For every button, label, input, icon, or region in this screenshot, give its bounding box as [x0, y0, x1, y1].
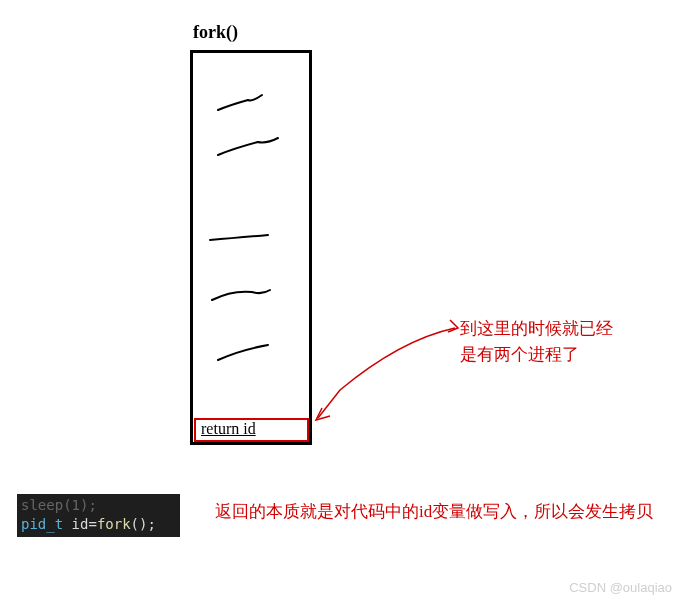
fork-title: fork()	[193, 22, 238, 43]
code-line2: pid_t id=fork();	[21, 515, 176, 534]
arrow-annotation-line2: 是有两个进程了	[460, 342, 613, 368]
function-body-box	[190, 50, 312, 445]
code-fn: fork	[97, 516, 131, 532]
code-line1: sleep(1);	[21, 497, 97, 513]
watermark: CSDN @oulaqiao	[569, 580, 672, 595]
code-snippet: sleep(1); pid_t id=fork(); if(id>0) retu…	[17, 494, 180, 537]
code-eq: =	[88, 516, 96, 532]
code-var: id	[72, 516, 89, 532]
arrow-annotation-line1: 到这里的时候就已经	[460, 316, 613, 342]
arrow-annotation: 到这里的时候就已经 是有两个进程了	[460, 316, 613, 367]
return-statement: return id	[201, 420, 256, 438]
code-paren: ();	[131, 516, 156, 532]
code-type: pid_t	[21, 516, 63, 532]
bottom-annotation: 返回的本质就是对代码中的id变量做写入，所以会发生拷贝	[215, 498, 675, 525]
code-line3: if(id>0) return 1	[21, 535, 164, 537]
